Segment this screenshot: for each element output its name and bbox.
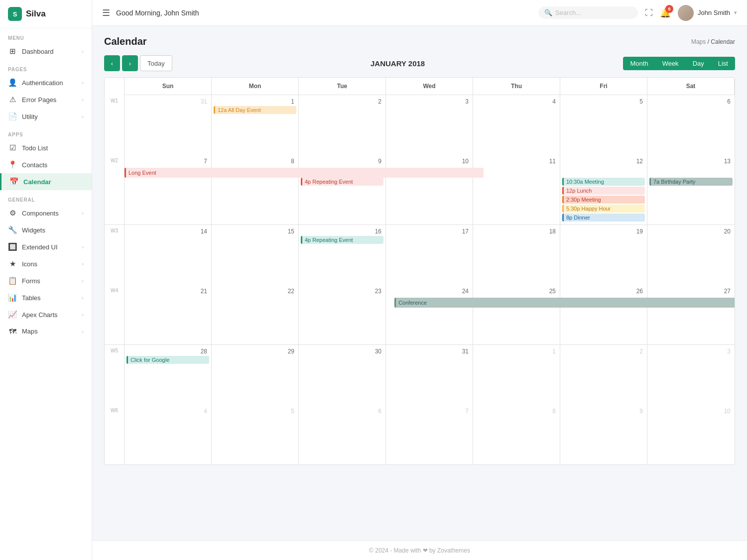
calendar-day[interactable]: 17 (386, 225, 473, 285)
calendar-day[interactable]: 23 (299, 285, 386, 344)
calendar-day[interactable]: 28Click for Google (124, 345, 212, 405)
calendar-event[interactable]: 5:30p Happy Hour (562, 205, 645, 213)
notifications-button[interactable]: 🔔 6 (660, 7, 671, 18)
sidebar-icon: 🔧 (8, 225, 17, 234)
calendar-day[interactable]: 20 (647, 225, 735, 285)
day-number: 16 (301, 227, 383, 236)
calendar-day[interactable]: 137a Birthday Party (647, 155, 735, 224)
calendar-event[interactable]: 2:30p Meeting (562, 196, 645, 204)
calendar-day[interactable]: 7 (124, 155, 212, 224)
calendar-day[interactable]: 22 (212, 285, 299, 344)
day-number: 24 (388, 287, 471, 296)
calendar-day[interactable]: 8 (473, 405, 560, 464)
calendar-event[interactable]: 4p Repeating Event (301, 178, 383, 186)
calendar-day[interactable]: 11 (473, 155, 560, 224)
calendar-day[interactable]: 6 (647, 95, 735, 155)
calendar-day[interactable]: 164p Repeating Event (299, 225, 386, 285)
calendar-day[interactable]: 7 (386, 405, 473, 464)
sidebar-item-extended-ui[interactable]: 🔲 Extended UI › (0, 238, 92, 255)
view-list-button[interactable]: List (711, 57, 735, 70)
calendar-day[interactable]: 26 (560, 285, 647, 344)
calendar-day[interactable]: 25 (473, 285, 560, 344)
sidebar-item-apex-charts[interactable]: 📈 Apex Charts › (0, 306, 92, 323)
calendar-event[interactable]: Click for Google (126, 356, 209, 364)
calendar-event[interactable]: 7a Birthday Party (649, 178, 733, 186)
calendar-event[interactable]: 10:30a Meeting (562, 178, 645, 186)
calendar-day[interactable]: 15 (212, 225, 299, 285)
calendar-day[interactable]: 10 (386, 155, 473, 224)
sidebar-item-components[interactable]: ⚙ Components › (0, 205, 92, 222)
calendar-day[interactable]: 94p Repeating Event (299, 155, 386, 224)
logo[interactable]: S Silva (0, 0, 92, 28)
today-button[interactable]: Today (140, 55, 172, 71)
calendar-day[interactable]: 29 (212, 345, 299, 405)
page-title: Calendar (104, 36, 147, 47)
calendar-event[interactable]: 4p Repeating Event (301, 236, 383, 244)
sidebar-item-dashboard[interactable]: ⊞ Dashboard › (0, 43, 92, 60)
calendar-day[interactable]: 5 (560, 95, 647, 155)
calendar-day[interactable]: 18 (473, 225, 560, 285)
sidebar-section-label: PAGES (0, 60, 92, 74)
user-menu[interactable]: John Smith ▾ (678, 5, 737, 21)
breadcrumb-parent[interactable]: Maps (691, 38, 706, 45)
day-number: 28 (126, 347, 209, 356)
search-input[interactable] (555, 9, 630, 16)
hamburger-icon[interactable]: ☰ (102, 7, 110, 18)
calendar-day[interactable]: 8 (212, 155, 299, 224)
calendar-day[interactable]: 6 (299, 405, 386, 464)
calendar-day[interactable]: 24 (386, 285, 473, 344)
calendar-day[interactable]: 31 (124, 95, 212, 155)
fullscreen-button[interactable]: ⛶ (645, 8, 653, 17)
calendar-day[interactable]: 21 (124, 285, 212, 344)
sidebar-item-todo-list[interactable]: ☑ Todo List (0, 139, 92, 156)
sidebar-item-left: ⊞ Dashboard (8, 47, 54, 56)
calendar-day[interactable]: 5 (212, 405, 299, 464)
span-calendar-event[interactable]: Long Event (124, 168, 484, 178)
calendar-event[interactable]: 12a All Day Event (214, 106, 296, 114)
day-header-wed: Wed (386, 78, 473, 95)
sidebar-item-forms[interactable]: 📋 Forms › (0, 272, 92, 289)
calendar-day[interactable]: 3 (386, 95, 473, 155)
sidebar-item-maps[interactable]: 🗺 Maps › (0, 323, 92, 339)
view-week-button[interactable]: Week (655, 57, 686, 70)
calendar-day[interactable]: 112a All Day Event (212, 95, 299, 155)
week-row: W31415164p Repeating Event17181920 (105, 225, 735, 285)
calendar-day[interactable]: 3 (647, 345, 735, 405)
view-month-button[interactable]: Month (623, 57, 655, 70)
next-button[interactable]: › (122, 55, 138, 71)
calendar-day[interactable]: 31 (386, 345, 473, 405)
calendar-day[interactable]: 27 (647, 285, 735, 344)
calendar-day[interactable]: 9 (560, 405, 647, 464)
sidebar-item-utility[interactable]: 📄 Utility › (0, 108, 92, 125)
page-header: Calendar Maps / Calendar (104, 36, 735, 47)
calendar-day[interactable]: 1210:30a Meeting12p Lunch2:30p Meeting5:… (560, 155, 647, 224)
prev-button[interactable]: ‹ (104, 55, 120, 71)
calendar-day[interactable]: 30 (299, 345, 386, 405)
chevron-right-icon: › (82, 278, 84, 284)
calendar-day[interactable]: 2 (560, 345, 647, 405)
week-label: W6 (105, 405, 124, 464)
sidebar-item-icons[interactable]: ★ Icons › (0, 255, 92, 272)
sidebar-item-tables[interactable]: 📊 Tables › (0, 289, 92, 306)
calendar-day[interactable]: 2 (299, 95, 386, 155)
sidebar-item-contacts[interactable]: 📍 Contacts (0, 156, 92, 173)
calendar-event[interactable]: 8p Dinner (562, 214, 645, 222)
calendar-day[interactable]: 19 (560, 225, 647, 285)
sidebar-item-left: 📍 Contacts (8, 160, 47, 169)
sidebar-icon: 📄 (8, 112, 17, 121)
view-day-button[interactable]: Day (686, 57, 711, 70)
calendar-day[interactable]: 14 (124, 225, 212, 285)
calendar-day[interactable]: 1 (473, 345, 560, 405)
calendar-day[interactable]: 10 (647, 405, 735, 464)
calendar-day[interactable]: 4 (473, 95, 560, 155)
calendar-day[interactable]: 4 (124, 405, 212, 464)
calendar-event[interactable]: 12p Lunch (562, 187, 645, 195)
day-number: 1 (214, 97, 296, 106)
sidebar-item-authentication[interactable]: 👤 Authentication › (0, 74, 92, 91)
sidebar-item-error-pages[interactable]: ⚠ Error Pages › (0, 91, 92, 108)
sidebar-item-calendar[interactable]: 📅 Calendar (0, 173, 92, 190)
sidebar-item-widgets[interactable]: 🔧 Widgets (0, 222, 92, 238)
day-number: 11 (475, 157, 558, 166)
span-calendar-event[interactable]: Conference (394, 298, 735, 308)
day-number: 8 (475, 407, 558, 416)
